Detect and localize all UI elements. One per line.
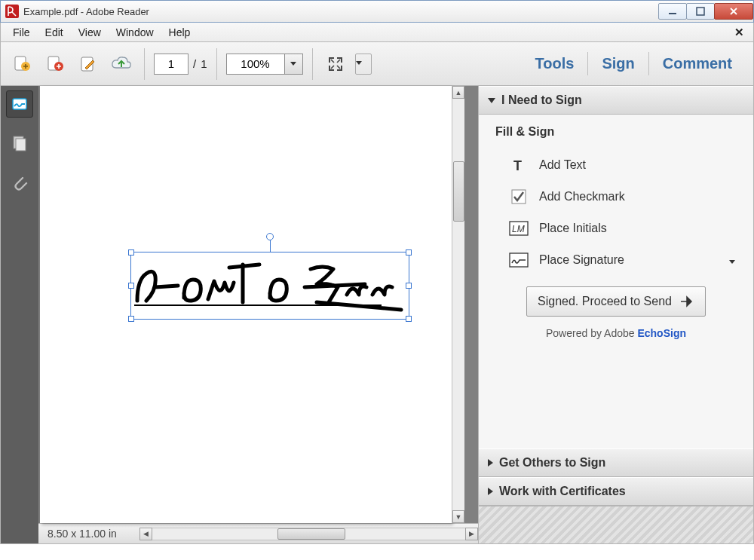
adobe-reader-icon (5, 5, 19, 18)
accordion-label: Get Others to Sign (499, 456, 605, 470)
tool-label: Place Signature (539, 253, 624, 267)
zoom-selector[interactable]: 100% (226, 54, 303, 75)
menu-help[interactable]: Help (161, 25, 198, 40)
page-dimensions: 8.50 x 11.00 in (48, 528, 117, 540)
signature-icon (509, 252, 529, 268)
close-button[interactable] (714, 3, 753, 20)
accordion-i-need-to-sign[interactable]: I Need to Sign (479, 86, 753, 115)
initials-icon: LM (509, 220, 529, 237)
maximize-button[interactable] (686, 3, 715, 20)
placed-signature[interactable]: How-To Geek (133, 257, 409, 316)
tool-label: Place Initials (539, 222, 607, 235)
echosign-link[interactable]: EchoSign (637, 327, 686, 339)
fill-and-sign-body: Fill & Sign T Add Text Add Checkmark LM … (479, 115, 753, 448)
menu-view[interactable]: View (71, 25, 109, 40)
tool-place-initials[interactable]: LM Place Initials (491, 213, 741, 244)
toolbar-separator (144, 48, 145, 80)
resize-handle-tr[interactable] (406, 249, 412, 256)
signatures-panel-button[interactable] (6, 90, 33, 118)
chevron-right-icon (488, 488, 493, 495)
tool-add-text[interactable]: T Add Text (491, 149, 741, 181)
page-separator: / (193, 57, 196, 70)
button-label: Signed. Proceed to Send (538, 295, 672, 308)
svg-text:T: T (513, 158, 522, 173)
accordion-label: Work with Certificates (499, 485, 626, 498)
tab-tools[interactable]: Tools (522, 52, 588, 75)
tab-sign[interactable]: Sign (587, 52, 648, 75)
rotation-handle-line (270, 240, 271, 252)
document-area: How-To Geek ▲ ▼ 8.50 x 11.00 in ◀ ▶ (38, 86, 478, 543)
text-icon: T (509, 157, 529, 173)
scroll-up-button[interactable]: ▲ (452, 86, 464, 99)
svg-rect-13 (512, 190, 526, 203)
window-title: Example.pdf - Adobe Reader (23, 6, 149, 17)
task-tabs: Tools Sign Comment (522, 52, 746, 75)
menu-bar: File Edit View Window Help ✕ (0, 23, 754, 42)
page-thumbnails-button[interactable] (6, 130, 33, 157)
horizontal-scrollbar[interactable]: ◀ ▶ (139, 528, 478, 540)
toolbar: / 1 100% Tools Sign Comment (0, 42, 754, 86)
view-dropdown-button[interactable] (355, 54, 372, 75)
minimize-button[interactable] (658, 3, 687, 20)
tool-label: Add Text (539, 158, 586, 172)
proceed-wrap: Signed. Proceed to Send (491, 286, 741, 317)
chevron-right-icon (488, 459, 493, 467)
edit-pdf-button[interactable] (75, 50, 102, 78)
tool-label: Add Checkmark (539, 190, 625, 203)
tab-comment[interactable]: Comment (648, 52, 746, 75)
checkmark-icon (509, 188, 529, 205)
chevron-down-icon (729, 253, 735, 267)
hscroll-track[interactable] (152, 528, 465, 540)
arrow-right-icon (679, 295, 694, 308)
accordion-work-with-certificates[interactable]: Work with Certificates (479, 477, 753, 506)
close-document-button[interactable]: ✕ (730, 26, 749, 39)
hscroll-thumb[interactable] (277, 528, 345, 540)
window-buttons (659, 3, 753, 20)
powered-text: Powered by Adobe (546, 327, 635, 339)
status-bar: 8.50 x 11.00 in ◀ ▶ (38, 523, 478, 543)
main-area: How-To Geek ▲ ▼ 8.50 x 11.00 in ◀ ▶ (0, 86, 754, 544)
toolbar-separator (312, 48, 313, 80)
tool-add-checkmark[interactable]: Add Checkmark (491, 181, 741, 213)
svg-text:LM: LM (512, 224, 525, 234)
rotation-handle[interactable] (266, 233, 274, 240)
scroll-right-button[interactable]: ▶ (465, 528, 478, 540)
window-titlebar: Example.pdf - Adobe Reader (0, 0, 754, 23)
page-number-input[interactable] (154, 54, 188, 75)
page-navigator: / 1 (154, 54, 207, 75)
vertical-scrollbar[interactable]: ▲ ▼ (452, 86, 464, 523)
pdf-page[interactable]: How-To Geek (40, 86, 452, 523)
export-pdf-button[interactable] (8, 50, 35, 78)
resize-handle-br[interactable] (406, 316, 412, 322)
create-pdf-button[interactable] (41, 50, 69, 78)
powered-by-line: Powered by Adobe EchoSign (491, 327, 741, 339)
attachments-button[interactable] (6, 169, 33, 196)
navigation-pane (1, 86, 38, 543)
zoom-dropdown-button[interactable] (285, 54, 303, 75)
menu-file[interactable]: File (5, 25, 38, 40)
menu-edit[interactable]: Edit (38, 25, 71, 40)
scroll-left-button[interactable]: ◀ (139, 528, 152, 540)
panel-resize-grip[interactable] (479, 506, 753, 543)
svg-rect-1 (669, 13, 676, 14)
svg-rect-10 (16, 139, 26, 151)
fit-view-button[interactable] (322, 50, 349, 78)
scroll-down-button[interactable]: ▼ (452, 510, 464, 523)
document-viewport[interactable]: How-To Geek ▲ ▼ (38, 86, 478, 523)
resize-handle-tl[interactable] (128, 249, 134, 256)
sign-panel: I Need to Sign Fill & Sign T Add Text Ad… (478, 86, 753, 543)
resize-handle-bl[interactable] (128, 316, 134, 322)
accordion-label: I Need to Sign (501, 93, 582, 107)
cloud-upload-button[interactable] (108, 50, 135, 78)
tool-place-signature[interactable]: Place Signature (491, 244, 741, 276)
zoom-value[interactable]: 100% (226, 54, 285, 75)
menu-window[interactable]: Window (109, 25, 161, 40)
signature-selection-box[interactable]: How-To Geek (130, 252, 409, 320)
page-total: 1 (201, 57, 207, 70)
scroll-thumb[interactable] (453, 161, 464, 222)
proceed-to-send-button[interactable]: Signed. Proceed to Send (526, 286, 706, 317)
chevron-down-icon (488, 98, 495, 103)
svg-rect-2 (697, 8, 704, 15)
toolbar-separator (216, 48, 217, 80)
accordion-get-others-to-sign[interactable]: Get Others to Sign (479, 448, 753, 477)
